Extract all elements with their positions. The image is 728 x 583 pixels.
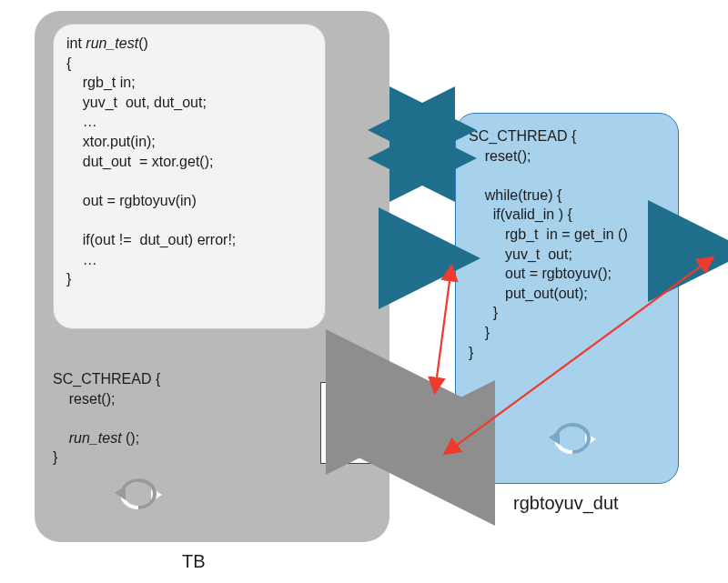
bits-label-in: bits bbox=[420, 236, 444, 255]
diagram-stage: int run_test() { rgb_t in; yuv_t out, du… bbox=[0, 0, 728, 583]
rstn-label: rstn bbox=[420, 148, 446, 166]
dut-block: SC_CTHREAD { reset(); while(true) { if(v… bbox=[455, 113, 679, 484]
bits-label-xtor-in: bits bbox=[399, 433, 422, 451]
cycle-icon bbox=[545, 419, 600, 465]
svg-marker-1 bbox=[115, 486, 126, 500]
dut-code: SC_CTHREAD { reset(); while(true) { if(v… bbox=[469, 126, 665, 362]
svg-marker-3 bbox=[549, 430, 560, 445]
xtor-box: Xtor bbox=[320, 382, 397, 464]
code-text: int run_test() { rgb_t in; yuv_t out, du… bbox=[66, 34, 312, 289]
fn-call: run_test bbox=[69, 430, 122, 446]
tb-run-test-code: int run_test() { rgb_t in; yuv_t out, du… bbox=[53, 24, 326, 329]
fn-name: run_test bbox=[86, 35, 138, 51]
cycle-icon bbox=[111, 475, 166, 520]
clk-label: clk bbox=[420, 120, 440, 138]
dut-label: rgbtoyuv_dut bbox=[513, 493, 619, 514]
code-text: SC_CTHREAD { reset(); run_test (); } bbox=[53, 369, 160, 467]
xtor-label: Xtor bbox=[339, 411, 378, 436]
tb-label: TB bbox=[182, 551, 206, 572]
tb-sc-thread-code: SC_CTHREAD { reset(); run_test (); } bbox=[53, 369, 160, 467]
bits-label-xtor-out: bits bbox=[399, 378, 422, 397]
bits-label-out: bits bbox=[688, 227, 712, 246]
red-link-left bbox=[435, 267, 451, 391]
